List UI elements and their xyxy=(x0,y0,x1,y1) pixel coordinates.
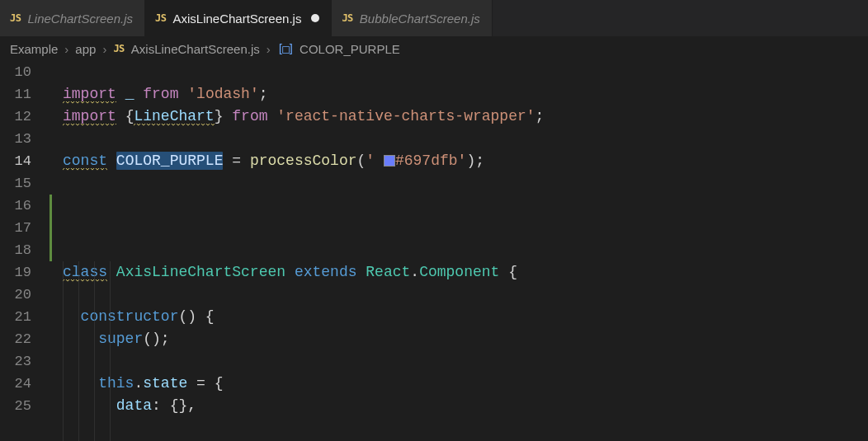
breadcrumb-segment[interactable]: app xyxy=(75,42,96,56)
code-token: ; xyxy=(161,331,170,347)
code-token: : xyxy=(152,397,161,414)
code-token: { xyxy=(205,308,215,325)
code-line[interactable]: import _ from 'lodash'; xyxy=(63,83,868,106)
code-line[interactable] xyxy=(63,217,868,239)
line-number: 25 xyxy=(0,395,31,417)
indent-guide xyxy=(63,261,64,441)
code-token: ; xyxy=(475,152,484,169)
git-added-indicator xyxy=(50,195,52,261)
code-token xyxy=(134,86,143,102)
editor-tab[interactable]: JSBubbleChartScreen.js xyxy=(332,0,492,36)
code-token: data xyxy=(116,397,152,414)
editor-tab-label: BubbleChartScreen.js xyxy=(360,12,480,26)
code-token: . xyxy=(410,264,419,280)
code-token: = xyxy=(196,375,205,392)
code-line[interactable]: import {LineChart} from 'react-native-ch… xyxy=(63,106,868,128)
line-number: 12 xyxy=(0,106,31,128)
code-token xyxy=(499,264,508,280)
code-token: ' xyxy=(366,152,375,169)
code-line[interactable]: constructor() { xyxy=(63,306,868,328)
line-number: 15 xyxy=(0,172,31,195)
breadcrumb[interactable]: Example›app›JSAxisLineChartScreen.js›COL… xyxy=(0,36,868,61)
code-line[interactable] xyxy=(63,61,868,83)
code-line[interactable]: const COLOR_PURPLE = processColor(' #697… xyxy=(63,150,868,172)
line-number: 24 xyxy=(0,373,31,395)
code-token: this xyxy=(98,375,134,392)
line-number: 21 xyxy=(0,306,31,328)
code-token: () xyxy=(143,331,161,347)
code-token: class xyxy=(63,264,107,282)
editor-tab[interactable]: JSLineChartScreen.js xyxy=(0,0,145,36)
breadcrumb-segment[interactable]: Example xyxy=(10,42,58,56)
code-token: processColor xyxy=(250,152,357,169)
line-number: 18 xyxy=(0,239,31,261)
code-line[interactable]: super(); xyxy=(63,328,868,350)
line-number: 20 xyxy=(0,284,31,306)
chevron-right-icon: › xyxy=(64,42,68,56)
line-number: 16 xyxy=(0,195,31,217)
code-token: from xyxy=(143,86,178,102)
code-token: import xyxy=(63,86,116,104)
code-token xyxy=(375,152,384,169)
code-token: . xyxy=(134,375,143,392)
code-token xyxy=(178,86,187,102)
code-token: , xyxy=(187,397,196,414)
code-line[interactable] xyxy=(63,128,868,150)
color-swatch-icon[interactable] xyxy=(384,155,395,167)
code-editor[interactable]: 10111213141516171819202122232425 import … xyxy=(0,61,868,441)
code-token xyxy=(107,152,116,169)
code-token: extends xyxy=(295,264,357,280)
js-file-icon: JS xyxy=(113,43,124,54)
code-token xyxy=(187,375,196,392)
code-token xyxy=(63,331,98,347)
code-token xyxy=(63,397,116,414)
code-token xyxy=(241,152,250,169)
code-line[interactable] xyxy=(63,195,868,217)
code-token xyxy=(196,308,205,325)
code-line[interactable] xyxy=(63,350,868,373)
code-area[interactable]: import _ from 'lodash';import {LineChart… xyxy=(53,61,868,441)
code-token: import xyxy=(63,108,116,126)
code-token: { xyxy=(215,375,224,392)
code-token: ) xyxy=(466,152,475,169)
breadcrumb-segment[interactable]: AxisLineChartScreen.js xyxy=(131,42,260,56)
indent-guide xyxy=(78,261,79,441)
code-token xyxy=(63,375,98,392)
code-token: Component xyxy=(419,264,499,280)
code-token: ; xyxy=(535,108,545,124)
code-token: { xyxy=(125,108,134,124)
code-token: 'react-native-charts-wrapper' xyxy=(276,108,535,124)
code-token: const xyxy=(63,152,107,171)
code-token: React xyxy=(366,264,410,280)
code-token xyxy=(161,397,170,414)
editor-tab-label: LineChartScreen.js xyxy=(27,12,133,26)
code-token: state xyxy=(143,375,187,392)
code-line[interactable]: data: {}, xyxy=(63,395,868,417)
code-token xyxy=(116,108,125,124)
code-token xyxy=(285,264,295,280)
editor-tab[interactable]: JSAxisLineChartScreen.js xyxy=(145,0,332,36)
line-number: 11 xyxy=(0,83,31,106)
code-token xyxy=(107,264,116,280)
code-token: } xyxy=(215,108,224,124)
indent-guide xyxy=(110,261,111,441)
code-line[interactable] xyxy=(63,172,868,195)
code-line[interactable]: this.state = { xyxy=(63,373,868,395)
code-line[interactable]: class AxisLineChartScreen extends React.… xyxy=(63,261,868,284)
code-line[interactable] xyxy=(63,284,868,306)
code-token xyxy=(223,152,232,169)
line-number: 23 xyxy=(0,350,31,373)
code-token: ( xyxy=(357,152,366,169)
code-token xyxy=(205,375,215,392)
code-token xyxy=(357,264,366,280)
breadcrumb-segment[interactable]: COLOR_PURPLE xyxy=(300,42,400,56)
editor-tabs-bar: JSLineChartScreen.jsJSAxisLineChartScree… xyxy=(0,0,868,36)
code-token: {} xyxy=(170,397,188,414)
code-token xyxy=(223,108,232,124)
code-token: { xyxy=(508,264,517,280)
code-token: = xyxy=(232,152,241,169)
code-token xyxy=(116,86,125,102)
code-line[interactable] xyxy=(63,239,868,261)
code-token: LineChart xyxy=(134,108,214,126)
line-number-gutter: 10111213141516171819202122232425 xyxy=(0,61,50,441)
